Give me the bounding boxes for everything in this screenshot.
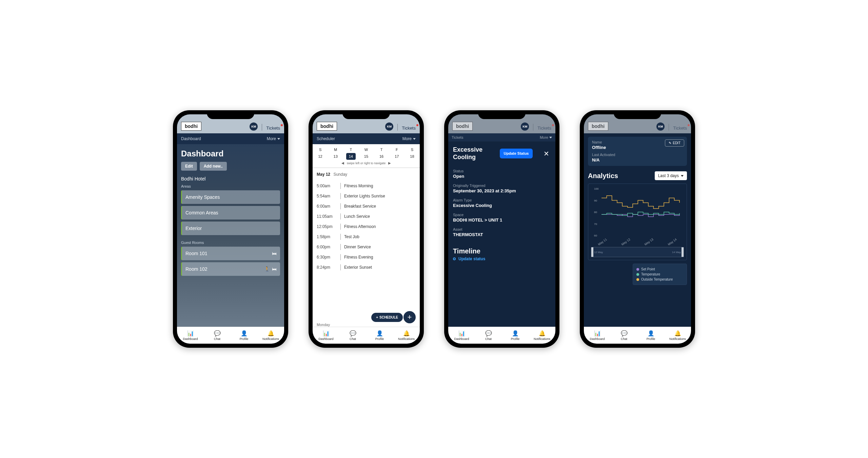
area-item-exterior[interactable]: Exterior: [181, 222, 280, 235]
triggered-value: September 30, 2023 at 2:35pm: [453, 188, 551, 193]
legend-outside: Outside Temperature: [636, 277, 683, 282]
room-item-101[interactable]: Room 101 🛏: [181, 247, 280, 260]
caret-down-icon: [681, 175, 684, 177]
dashboard-body: Dashboard Edit Add new.. Bodhi Hotel Are…: [177, 144, 284, 327]
more-button[interactable]: More: [402, 136, 416, 141]
notification-dot-icon: [552, 124, 554, 126]
divider: [533, 124, 533, 131]
area-item-amenity[interactable]: Amenity Spaces: [181, 190, 280, 204]
nav-notifications[interactable]: 🔔Notifications: [529, 327, 555, 344]
nav-profile[interactable]: 👤Profile: [231, 327, 257, 344]
nav-dashboard[interactable]: 📊Dashboard: [177, 327, 204, 344]
edit-button[interactable]: Edit: [181, 162, 197, 171]
edit-button[interactable]: ✎ EDIT: [665, 139, 684, 147]
phone-dashboard: bodhi KM Tickets Dashboard More Dashboar…: [173, 110, 288, 348]
cal-day-17[interactable]: 17: [392, 153, 401, 160]
calendar-day-numbers: 12 13 14 15 16 17 18: [313, 153, 420, 160]
event-divider: [340, 183, 341, 189]
fab-add-button[interactable]: +: [403, 310, 416, 324]
range-select[interactable]: Last 3 days: [655, 171, 687, 180]
add-new-button[interactable]: Add new..: [200, 162, 227, 171]
event-title: Lunch Service: [344, 214, 370, 219]
status-value: Open: [453, 174, 551, 179]
nav-profile[interactable]: 👤Profile: [637, 327, 664, 344]
topbar: bodhi KM Tickets: [448, 114, 555, 133]
cal-day-12[interactable]: 12: [316, 153, 325, 160]
event-time: 6:30pm: [317, 255, 337, 260]
room-item-102[interactable]: Room 102 🚶🛏: [181, 262, 280, 276]
logo: bodhi: [588, 122, 608, 131]
chat-icon: 💬: [485, 330, 492, 337]
event-row[interactable]: 5:54amExterior Lights Sunrise: [317, 191, 416, 201]
nav-chat[interactable]: 💬Chat: [611, 327, 637, 344]
schedule-button[interactable]: + SCHEDULE: [371, 313, 403, 322]
event-row[interactable]: 5:00amFitness Morning: [317, 181, 416, 191]
nav-chat[interactable]: 💬Chat: [475, 327, 502, 344]
nav-dashboard[interactable]: 📊Dashboard: [584, 327, 611, 344]
nav-profile[interactable]: 👤Profile: [366, 327, 393, 344]
close-icon[interactable]: ✕: [542, 150, 551, 158]
profile-icon: 👤: [512, 330, 519, 337]
nav-notifications[interactable]: 🔔Notifications: [664, 327, 691, 344]
nav-dashboard[interactable]: 📊Dashboard: [448, 327, 475, 344]
more-button[interactable]: More: [267, 136, 280, 141]
breadcrumb: Scheduler: [317, 136, 335, 141]
nav-profile[interactable]: 👤Profile: [502, 327, 529, 344]
nav-chat[interactable]: 💬Chat: [339, 327, 366, 344]
area-item-common[interactable]: Common Areas: [181, 206, 280, 220]
cal-day-15[interactable]: 15: [361, 153, 371, 160]
chart-x-labels: May 11 May 12 May 13 May 14: [591, 239, 684, 245]
tickets-link[interactable]: Tickets: [673, 126, 687, 131]
space-value: BODHI HOTEL > UNIT 1: [453, 217, 551, 223]
event-row[interactable]: 6:00pmDinner Service: [317, 242, 416, 252]
chart-icon: 📊: [458, 330, 465, 337]
arrow-left-icon[interactable]: ◀: [341, 161, 344, 165]
event-title: Breakfast Service: [344, 204, 376, 209]
event-time: 11:05am: [317, 214, 337, 219]
nav-dashboard[interactable]: 📊Dashboard: [313, 327, 339, 344]
tickets-link[interactable]: Tickets: [537, 126, 551, 131]
avatar[interactable]: KM: [521, 122, 529, 131]
avatar[interactable]: KM: [250, 122, 258, 131]
logo: bodhi: [317, 122, 337, 131]
rooms-label: Guest Rooms: [181, 241, 280, 245]
chart-icon: 📊: [594, 330, 601, 337]
update-status-button[interactable]: Update Status: [500, 149, 533, 158]
event-divider: [340, 264, 341, 270]
bell-icon: 🔔: [268, 330, 274, 337]
cal-day-13[interactable]: 13: [331, 153, 340, 160]
nav-notifications[interactable]: 🔔Notifications: [393, 327, 420, 344]
event-row[interactable]: 12:05pmFitness Afternoon: [317, 222, 416, 232]
calendar-header: S M T W T F S 12 13 14 15 16 17 18 ◀ swi…: [313, 144, 420, 168]
event-row[interactable]: 11:05amLunch Service: [317, 211, 416, 222]
chat-icon: 💬: [214, 330, 221, 337]
timeline-dot-icon: [453, 257, 456, 260]
asset-value: THERMOSTAT: [453, 232, 551, 237]
last-activated-label: Last Activated: [592, 153, 683, 157]
tickets-link[interactable]: Tickets: [402, 126, 416, 131]
event-row[interactable]: 6:30pmFitness Evening: [317, 252, 416, 262]
chart-brush[interactable]: 12 May 14 May: [591, 247, 684, 257]
analytics-chart: 60708090100 May 11 May 12 May 13 May 14 …: [588, 184, 687, 260]
avatar[interactable]: KM: [656, 122, 665, 131]
timeline-update-status[interactable]: Update status: [453, 256, 551, 261]
cal-day-16[interactable]: 16: [377, 153, 386, 160]
event-title: Dinner Service: [344, 245, 371, 249]
event-time: 1:58pm: [317, 234, 337, 239]
event-row[interactable]: 6:00amBreakfast Service: [317, 201, 416, 211]
caret-down-icon: [413, 138, 416, 140]
event-row[interactable]: 8:24pmExterior Sunset: [317, 262, 416, 272]
arrow-right-icon[interactable]: ▶: [388, 161, 391, 165]
nav-notifications[interactable]: 🔔Notifications: [257, 327, 284, 344]
legend-dot-icon: [636, 273, 639, 276]
divider: [669, 124, 669, 131]
avatar[interactable]: KM: [385, 122, 393, 131]
event-row[interactable]: 1:58pmTest Job: [317, 232, 416, 242]
notification-dot-icon: [281, 124, 283, 126]
cal-day-18[interactable]: 18: [407, 153, 417, 160]
screen-analytics: bodhi KM Tickets ✎ EDIT Name Offline Las…: [584, 114, 691, 344]
nav-chat[interactable]: 💬Chat: [204, 327, 231, 344]
tickets-link[interactable]: Tickets: [266, 126, 280, 131]
cal-day-14-selected[interactable]: 14: [346, 153, 356, 160]
event-time: 12:05pm: [317, 224, 337, 229]
